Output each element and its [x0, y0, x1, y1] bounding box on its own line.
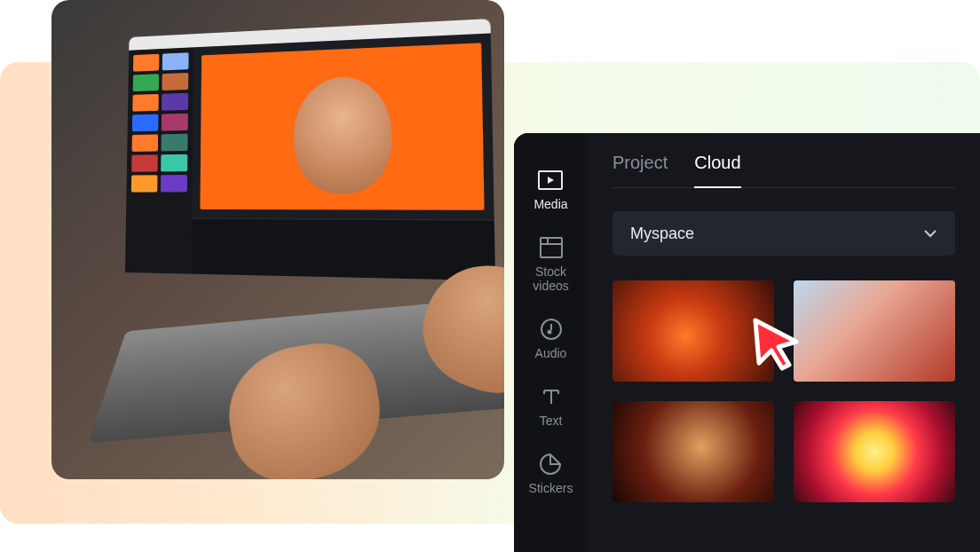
sidebar-item-label: Audio	[535, 346, 567, 360]
sidebar-item-media[interactable]: Media	[533, 169, 567, 211]
laptop-photo	[51, 0, 504, 479]
chevron-down-icon	[923, 229, 937, 238]
media-thumbnail[interactable]	[794, 280, 955, 382]
stickers-icon	[537, 453, 564, 476]
audio-icon	[538, 318, 565, 341]
sidebar-item-stock-videos[interactable]: Stock videos	[533, 236, 568, 293]
media-panel: Media Stock videos Audio	[514, 133, 980, 552]
sidebar-item-text[interactable]: Text	[538, 385, 565, 428]
tab-cloud[interactable]: Cloud	[694, 153, 740, 188]
media-icon	[537, 169, 564, 192]
panel-main: Project Cloud Myspace	[588, 133, 980, 552]
svg-marker-1	[548, 177, 554, 184]
svg-point-6	[547, 330, 551, 335]
left-sidebar: Media Stock videos Audio	[514, 133, 588, 552]
laptop-screen	[125, 19, 495, 280]
media-thumbnail[interactable]	[612, 401, 774, 502]
tab-label: Project	[612, 153, 668, 172]
sidebar-item-label: Text	[540, 414, 563, 428]
media-thumbnail[interactable]	[612, 280, 774, 382]
svg-rect-2	[541, 238, 562, 257]
stock-icon	[538, 236, 565, 259]
sidebar-item-stickers[interactable]: Stickers	[529, 453, 573, 495]
dropdown-selected: Myspace	[630, 225, 694, 243]
cloud-media-grid	[612, 280, 955, 502]
sidebar-item-label: Stickers	[529, 481, 573, 495]
sidebar-item-label: Media	[533, 197, 567, 211]
space-dropdown[interactable]: Myspace	[612, 211, 955, 256]
tabs: Project Cloud	[612, 153, 955, 188]
sidebar-item-audio[interactable]: Audio	[535, 318, 567, 360]
media-thumbnail[interactable]	[794, 401, 955, 502]
tab-label: Cloud	[694, 153, 740, 172]
sidebar-item-label: Stock videos	[533, 264, 568, 293]
tab-project[interactable]: Project	[612, 153, 668, 177]
text-icon	[538, 385, 565, 408]
